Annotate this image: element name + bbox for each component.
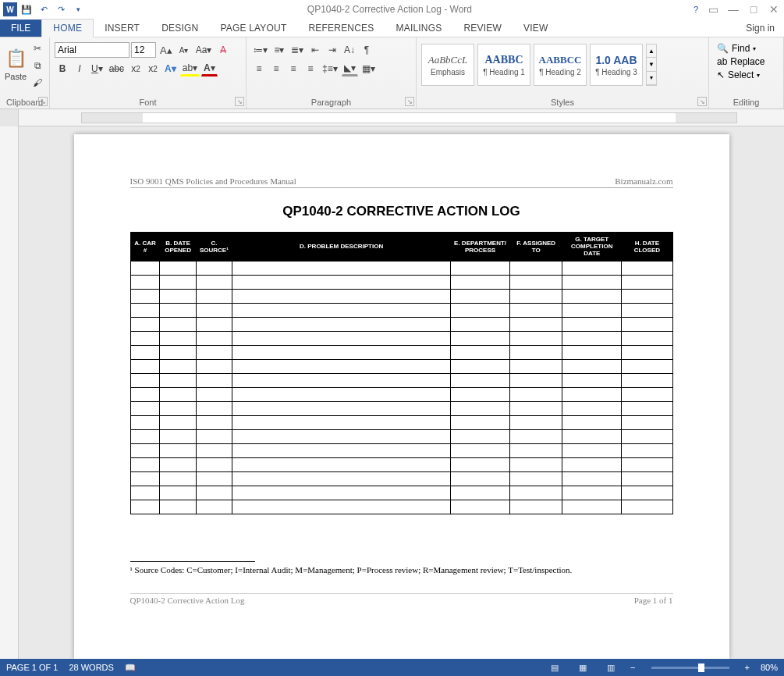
table-cell[interactable] xyxy=(130,457,160,471)
table-cell[interactable] xyxy=(130,331,160,345)
table-cell[interactable] xyxy=(622,261,672,275)
table-cell[interactable] xyxy=(622,359,672,373)
table-cell[interactable] xyxy=(451,443,510,457)
strike-icon[interactable]: abc xyxy=(107,61,126,76)
table-cell[interactable] xyxy=(622,471,672,486)
table-cell[interactable] xyxy=(130,345,160,359)
cut-icon[interactable]: ✂ xyxy=(30,41,45,56)
table-cell[interactable] xyxy=(509,500,562,514)
table-cell[interactable] xyxy=(562,401,622,415)
tab-mailings[interactable]: MAILINGS xyxy=(385,20,453,37)
tab-home[interactable]: HOME xyxy=(41,19,94,37)
table-cell[interactable] xyxy=(562,345,622,359)
table-cell[interactable] xyxy=(562,471,622,486)
table-cell[interactable] xyxy=(451,275,510,289)
close-icon[interactable]: ✕ xyxy=(767,2,781,16)
table-cell[interactable] xyxy=(130,401,160,415)
zoom-level[interactable]: 80% xyxy=(761,663,778,672)
table-cell[interactable] xyxy=(196,359,232,373)
table-cell[interactable] xyxy=(160,401,196,415)
zoom-out-icon[interactable]: − xyxy=(630,663,635,672)
table-cell[interactable] xyxy=(130,303,160,317)
zoom-slider[interactable] xyxy=(651,667,729,669)
table-cell[interactable] xyxy=(451,429,510,443)
table-cell[interactable] xyxy=(196,457,232,471)
table-cell[interactable] xyxy=(451,289,510,303)
table-cell[interactable] xyxy=(622,401,672,415)
table-cell[interactable] xyxy=(451,457,510,471)
maximize-icon[interactable]: □ xyxy=(747,2,761,16)
copy-icon[interactable]: ⧉ xyxy=(30,58,45,73)
table-cell[interactable] xyxy=(451,359,510,373)
table-cell[interactable] xyxy=(622,500,672,514)
table-cell[interactable] xyxy=(451,373,510,387)
table-cell[interactable] xyxy=(130,359,160,373)
table-cell[interactable] xyxy=(160,359,196,373)
table-cell[interactable] xyxy=(451,387,510,401)
align-center-icon[interactable]: ≡ xyxy=(268,61,284,76)
table-cell[interactable] xyxy=(160,457,196,471)
table-cell[interactable] xyxy=(196,471,232,486)
table-cell[interactable] xyxy=(160,486,196,500)
table-cell[interactable] xyxy=(232,429,451,443)
table-cell[interactable] xyxy=(196,443,232,457)
table-cell[interactable] xyxy=(509,275,562,289)
table-cell[interactable] xyxy=(562,415,622,429)
highlight-icon[interactable]: ab▾ xyxy=(180,61,200,76)
table-cell[interactable] xyxy=(509,443,562,457)
tab-design[interactable]: DESIGN xyxy=(151,20,209,37)
table-cell[interactable] xyxy=(509,345,562,359)
table-cell[interactable] xyxy=(451,415,510,429)
table-cell[interactable] xyxy=(562,486,622,500)
tab-view[interactable]: VIEW xyxy=(513,20,559,37)
table-cell[interactable] xyxy=(509,387,562,401)
table-cell[interactable] xyxy=(622,457,672,471)
table-cell[interactable] xyxy=(232,373,451,387)
sign-in-link[interactable]: Sign in xyxy=(736,20,784,37)
table-cell[interactable] xyxy=(562,457,622,471)
table-cell[interactable] xyxy=(232,303,451,317)
table-cell[interactable] xyxy=(451,471,510,486)
table-cell[interactable] xyxy=(562,261,622,275)
table-cell[interactable] xyxy=(130,486,160,500)
table-cell[interactable] xyxy=(622,429,672,443)
table-cell[interactable] xyxy=(622,415,672,429)
table-cell[interactable] xyxy=(622,331,672,345)
table-cell[interactable] xyxy=(622,275,672,289)
font-color-icon[interactable]: A▾ xyxy=(201,61,218,76)
table-cell[interactable] xyxy=(232,415,451,429)
table-cell[interactable] xyxy=(232,457,451,471)
styles-gallery[interactable]: AaBbCcLEmphasis AABBC¶ Heading 1 AABBCC¶… xyxy=(421,42,657,87)
table-cell[interactable] xyxy=(562,429,622,443)
table-cell[interactable] xyxy=(160,373,196,387)
styles-launcher-icon[interactable]: ↘ xyxy=(697,97,707,106)
format-painter-icon[interactable]: 🖌 xyxy=(30,75,45,91)
table-cell[interactable] xyxy=(562,303,622,317)
table-cell[interactable] xyxy=(509,261,562,275)
table-cell[interactable] xyxy=(622,443,672,457)
minimize-icon[interactable]: — xyxy=(726,2,740,16)
table-cell[interactable] xyxy=(196,373,232,387)
table-cell[interactable] xyxy=(562,443,622,457)
table-cell[interactable] xyxy=(509,359,562,373)
ribbon-options-icon[interactable]: ▭ xyxy=(706,2,720,16)
table-cell[interactable] xyxy=(562,359,622,373)
table-cell[interactable] xyxy=(232,317,451,331)
status-proof-icon[interactable]: 📖 xyxy=(125,663,136,673)
save-icon[interactable]: 💾 xyxy=(19,2,34,17)
table-cell[interactable] xyxy=(232,500,451,514)
table-cell[interactable] xyxy=(232,471,451,486)
table-cell[interactable] xyxy=(130,500,160,514)
align-left-icon[interactable]: ≡ xyxy=(251,61,267,76)
table-cell[interactable] xyxy=(509,429,562,443)
table-cell[interactable] xyxy=(196,331,232,345)
table-cell[interactable] xyxy=(232,359,451,373)
tab-review[interactable]: REVIEW xyxy=(452,20,513,37)
justify-icon[interactable]: ≡ xyxy=(303,61,318,76)
inc-indent-icon[interactable]: ⇥ xyxy=(325,42,340,58)
view-read-icon[interactable]: ▤ xyxy=(546,661,563,674)
table-cell[interactable] xyxy=(622,486,672,500)
table-cell[interactable] xyxy=(160,443,196,457)
table-cell[interactable] xyxy=(451,317,510,331)
table-cell[interactable] xyxy=(160,275,196,289)
